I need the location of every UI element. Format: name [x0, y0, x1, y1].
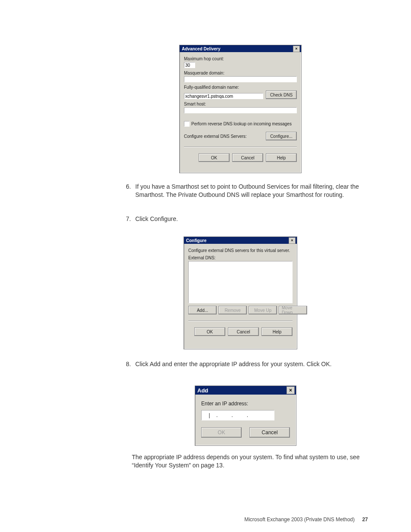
step-7: 7. Click Configure. [121, 215, 366, 223]
extdns-list-label: External DNS: [188, 255, 293, 260]
dialog-titlebar: Advanced Delivery × [180, 45, 301, 52]
step-8: 8. Click Add and enter the appropriate I… [121, 360, 366, 368]
help-button[interactable]: Help [262, 327, 293, 336]
remove-button[interactable]: Remove [218, 306, 247, 314]
dialog-title: Add [197, 387, 286, 394]
close-icon[interactable]: × [293, 46, 300, 52]
dialog-body: Enter an IP address: . . . OK Cancel [195, 395, 296, 442]
extdns-label: Configure external DNS Servers: [184, 134, 263, 139]
maxhop-input[interactable] [184, 62, 195, 68]
move-down-button[interactable]: Move Down [279, 306, 307, 314]
maxhop-label: Maximum hop count: [184, 56, 297, 61]
ok-button[interactable]: OK [194, 327, 225, 336]
configure-dialog: Configure × Configure external DNS serve… [184, 236, 297, 349]
advanced-delivery-dialog: Advanced Delivery × Maximum hop count: M… [179, 45, 302, 173]
step-number: 8. [121, 360, 131, 368]
dialog-title: Configure [186, 238, 289, 243]
step-6: 6. If you have a Smarthost set to point … [121, 183, 366, 199]
page-number: 27 [362, 516, 368, 523]
dialog-titlebar: Add × [195, 386, 296, 395]
masq-input[interactable] [184, 76, 297, 82]
smarthost-input[interactable] [184, 107, 297, 113]
cancel-button[interactable]: Cancel [249, 427, 290, 438]
page: Advanced Delivery × Maximum hop count: M… [0, 0, 411, 532]
ok-button[interactable]: OK [199, 153, 230, 162]
configure-desc: Configure external DNS servers for this … [188, 248, 293, 253]
move-up-button[interactable]: Move Up [249, 306, 277, 314]
ip-input[interactable]: . . . [201, 410, 274, 420]
masq-label: Masquerade domain: [184, 71, 297, 75]
step-number: 7. [121, 215, 131, 223]
check-dns-button[interactable]: Check DNS [266, 90, 297, 99]
ok-button[interactable]: OK [201, 427, 242, 438]
add-button[interactable]: Add... [188, 306, 217, 314]
reverse-dns-checkbox[interactable]: Perform reverse DNS lookup on incoming m… [184, 121, 292, 127]
configure-button[interactable]: Configure... [266, 132, 297, 140]
step-text: If you have a Smarthost set to point to … [135, 183, 366, 199]
close-icon[interactable]: × [289, 237, 296, 244]
fqdn-input[interactable] [184, 93, 263, 99]
add-ip-dialog: Add × Enter an IP address: . . . OK Canc… [195, 386, 296, 446]
step-number: 6. [121, 183, 131, 199]
dialog-titlebar: Configure × [184, 237, 297, 244]
cancel-button[interactable]: Cancel [228, 327, 259, 336]
step-text: Click Configure. [135, 215, 366, 223]
tail-paragraph: The appropriate IP address depends on yo… [132, 453, 364, 470]
fqdn-label: Fully-qualified domain name: [184, 85, 297, 90]
dialog-title: Advanced Delivery [182, 47, 293, 51]
page-footer: Microsoft Exchange 2003 (Private DNS Met… [244, 516, 368, 523]
cancel-button[interactable]: Cancel [232, 153, 263, 162]
step-text: Click Add and enter the appropriate IP a… [135, 360, 366, 368]
help-button[interactable]: Help [266, 153, 297, 162]
ip-label: Enter an IP address: [201, 401, 290, 407]
dialog-body: Maximum hop count: Masquerade domain: Fu… [180, 52, 301, 165]
reverse-dns-label: Perform reverse DNS lookup on incoming m… [191, 121, 292, 126]
footer-text: Microsoft Exchange 2003 (Private DNS Met… [244, 516, 355, 523]
close-icon[interactable]: × [286, 386, 295, 394]
extdns-listbox[interactable] [188, 261, 293, 303]
dialog-body: Configure external DNS servers for this … [184, 244, 297, 339]
smarthost-label: Smart host: [184, 102, 297, 106]
checkbox-icon [184, 121, 190, 127]
